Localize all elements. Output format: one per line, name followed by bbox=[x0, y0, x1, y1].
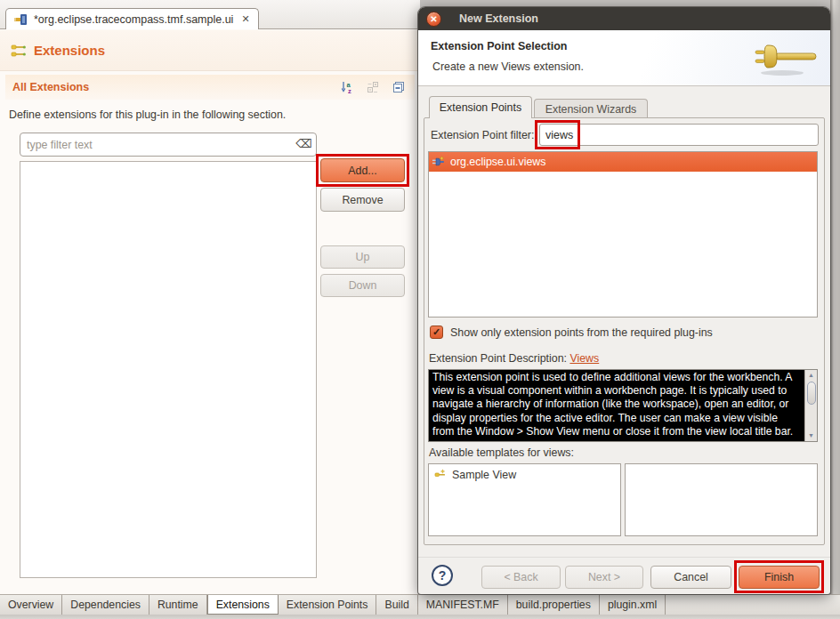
svg-text:z: z bbox=[348, 87, 351, 94]
section-title: All Extensions bbox=[12, 81, 89, 93]
templates-label: Available templates for views: bbox=[429, 446, 574, 459]
collapse-all-icon[interactable] bbox=[392, 80, 406, 94]
extensions-page-icon bbox=[11, 43, 27, 59]
tab-extension-points-dialog[interactable]: Extension Points bbox=[429, 96, 532, 118]
tab-close-icon[interactable]: ✕ bbox=[241, 13, 249, 25]
tab-dependencies[interactable]: Dependencies bbox=[62, 595, 149, 615]
dialog-title: New Extension bbox=[459, 12, 538, 25]
scroll-down-icon[interactable]: ▼ bbox=[808, 431, 814, 440]
page-title: Extensions bbox=[34, 43, 105, 58]
back-button[interactable]: < Back bbox=[481, 566, 561, 589]
section-description: Define extensions for this plug-in in th… bbox=[9, 109, 286, 121]
description-label: Extension Point Description: bbox=[429, 352, 567, 365]
remove-button[interactable]: Remove bbox=[320, 188, 405, 212]
window-bottom-trim bbox=[0, 615, 840, 619]
extensions-filter-input[interactable] bbox=[20, 133, 317, 157]
editor-tab[interactable]: *org.eclipse.tracecompass.tmf.sample.ui … bbox=[5, 8, 259, 29]
cancel-button[interactable]: Cancel bbox=[650, 566, 731, 589]
template-item-sample-view[interactable]: Sample View bbox=[429, 464, 620, 486]
tab-extensions[interactable]: Extensions bbox=[207, 595, 279, 615]
extension-point-icon bbox=[432, 156, 445, 168]
tab-build-properties[interactable]: build.properties bbox=[508, 595, 600, 615]
dialog-separator bbox=[418, 557, 830, 559]
checkbox-label: Show only extension points from the requ… bbox=[450, 326, 713, 339]
plugin-editor-icon bbox=[14, 12, 28, 27]
views-link[interactable]: Views bbox=[569, 352, 599, 365]
tab-runtime[interactable]: Runtime bbox=[149, 595, 207, 615]
add-button[interactable]: Add... bbox=[320, 158, 405, 182]
editor-area: *org.eclipse.tracecompass.tmf.sample.ui … bbox=[0, 0, 420, 594]
window-right-trim bbox=[830, 0, 840, 594]
finish-button[interactable]: Finish bbox=[739, 566, 820, 589]
list-item-selected[interactable]: org.eclipse.ui.views bbox=[429, 152, 817, 172]
description-label-row: Extension Point Description: Views bbox=[429, 352, 599, 365]
editor-tab-bar: *org.eclipse.tracecompass.tmf.sample.ui … bbox=[0, 0, 420, 29]
extension-point-list[interactable]: org.eclipse.ui.views bbox=[428, 151, 818, 318]
tab-extension-wizards-dialog[interactable]: Extension Wizards bbox=[534, 99, 648, 118]
next-button[interactable]: Next > bbox=[565, 566, 643, 589]
checkbox-checked-icon[interactable]: ✓ bbox=[430, 326, 443, 339]
screen: *org.eclipse.tracecompass.tmf.sample.ui … bbox=[0, 0, 840, 619]
plug-banner-icon bbox=[750, 37, 818, 78]
wizard-header-subtitle: Create a new Views extension. bbox=[432, 60, 584, 73]
up-button[interactable]: Up bbox=[320, 245, 405, 269]
scrollbar-thumb[interactable] bbox=[807, 382, 816, 405]
sort-alphabetical-icon[interactable]: a z bbox=[340, 80, 354, 94]
description-text: This extension point is used to define a… bbox=[429, 370, 804, 441]
new-extension-dialog: ✕ New Extension Extension Point Selectio… bbox=[418, 7, 830, 594]
template-icon bbox=[434, 469, 447, 481]
tab-extension-points[interactable]: Extension Points bbox=[279, 595, 377, 615]
extensions-tree[interactable] bbox=[20, 161, 317, 578]
form-heading: Extensions bbox=[0, 30, 420, 71]
tab-plugin-xml[interactable]: plugin.xml bbox=[600, 595, 666, 615]
help-button[interactable]: ? bbox=[432, 565, 453, 586]
dialog-close-icon[interactable]: ✕ bbox=[426, 12, 441, 27]
description-scrollbar[interactable]: ▲ ▼ bbox=[804, 370, 817, 441]
description-box: This extension point is used to define a… bbox=[428, 369, 818, 442]
editor-tab-title: *org.eclipse.tracecompass.tmf.sample.ui bbox=[34, 13, 233, 26]
template-item-label: Sample View bbox=[452, 469, 516, 481]
wizard-header-title: Extension Point Selection bbox=[431, 40, 568, 52]
list-item-label: org.eclipse.ui.views bbox=[450, 156, 545, 168]
down-button[interactable]: Down bbox=[320, 274, 405, 297]
filter-field-wrap: ⌫ bbox=[20, 133, 317, 157]
tab-build[interactable]: Build bbox=[376, 595, 417, 615]
scroll-up-icon[interactable]: ▲ bbox=[808, 371, 814, 380]
wizard-header-banner: Extension Point Selection Create a new V… bbox=[418, 30, 830, 86]
clear-filter-icon[interactable]: ⌫ bbox=[296, 137, 312, 150]
tab-overview[interactable]: Overview bbox=[0, 595, 62, 615]
required-plugins-checkbox-row[interactable]: ✓ Show only extension points from the re… bbox=[430, 326, 713, 339]
tab-manifest[interactable]: MANIFEST.MF bbox=[418, 595, 508, 615]
template-preview-box bbox=[625, 463, 818, 536]
dialog-titlebar[interactable]: ✕ New Extension bbox=[418, 7, 830, 30]
editor-page-tab-bar: Overview Dependencies Runtime Extensions… bbox=[0, 594, 840, 619]
extension-point-filter-input[interactable] bbox=[539, 124, 819, 146]
templates-list[interactable]: Sample View bbox=[428, 463, 621, 536]
expand-all-icon[interactable] bbox=[366, 80, 380, 94]
all-extensions-section-header: All Extensions a z bbox=[5, 75, 415, 100]
extension-point-filter-label: Extension Point filter: bbox=[431, 129, 534, 141]
